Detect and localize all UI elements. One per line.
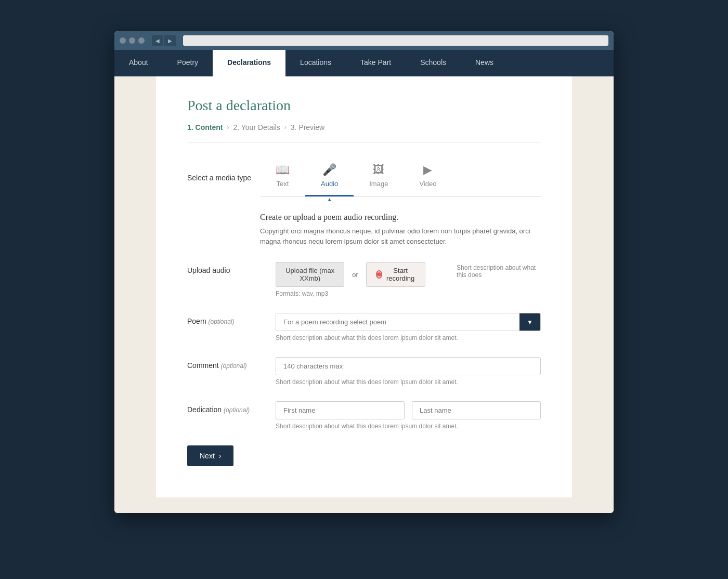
comment-label: Comment (optional) [187, 357, 255, 370]
traffic-dot-green [138, 37, 145, 44]
dedication-field-desc: Short description about what this does l… [276, 423, 541, 430]
image-icon: 🖼 [373, 163, 384, 177]
breadcrumb-step-2[interactable]: 2. Your Details [233, 123, 280, 131]
poem-row: Poem (optional) ▼ Short description abou… [187, 313, 541, 341]
back-button[interactable]: ◀ [152, 35, 163, 46]
text-icon: 📖 [276, 163, 290, 177]
dedication-label: Dedication (optional) [187, 401, 255, 414]
dedication-first-name-input[interactable] [276, 401, 405, 419]
record-btn-label: Start recording [385, 267, 415, 282]
browser-chrome: ◀ ▶ [114, 31, 614, 50]
dedication-name-row [276, 401, 541, 419]
media-type-label: Select a media type [187, 174, 260, 182]
breadcrumb-step-3[interactable]: 3. Preview [291, 123, 324, 131]
upload-audio-controls: Upload file (max XXmb) or Start recordin… [276, 262, 541, 297]
nav-item-news[interactable]: News [461, 50, 508, 76]
nav-item-locations[interactable]: Locations [285, 50, 346, 76]
upload-row: Upload file (max XXmb) or Start recordin… [276, 262, 425, 287]
page-content: Post a declaration 1. Content › 2. Your … [156, 76, 572, 497]
next-button-label: Next [200, 452, 215, 460]
video-icon: ▶ [423, 163, 432, 177]
or-text: or [352, 271, 358, 279]
audio-content: Create or upload a poem audio recording.… [260, 213, 541, 246]
breadcrumb-arrow-2: › [284, 124, 287, 131]
browser-window: ◀ ▶ About Poetry Declarations Locations … [114, 31, 614, 513]
dedication-row: Dedication (optional) Short description … [187, 401, 541, 430]
address-bar [183, 35, 608, 46]
start-recording-button[interactable]: Start recording [366, 262, 425, 287]
poem-controls: ▼ Short description about what this does… [276, 313, 541, 341]
poem-field-desc: Short description about what this does l… [276, 334, 541, 341]
media-tab-image-label: Image [369, 180, 388, 188]
media-tab-video[interactable]: ▶ Video [404, 158, 452, 196]
breadcrumb-step-1[interactable]: 1. Content [187, 123, 223, 131]
media-tab-text-label: Text [277, 180, 289, 188]
breadcrumb: 1. Content › 2. Your Details › 3. Previe… [187, 123, 541, 142]
next-button[interactable]: Next › [187, 445, 233, 466]
media-tab-audio-label: Audio [321, 180, 338, 188]
page-title: Post a declaration [187, 97, 541, 114]
audio-icon: 🎤 [322, 163, 336, 177]
traffic-dot-yellow [129, 37, 135, 44]
comment-input[interactable] [276, 357, 541, 375]
media-tab-video-label: Video [419, 180, 436, 188]
poem-select-input[interactable] [276, 313, 519, 331]
media-tab-image[interactable]: 🖼 Image [354, 158, 404, 196]
record-icon [376, 270, 382, 279]
audio-section-desc: Copyright orci magna rhoncus neque, id p… [260, 226, 541, 246]
record-dot [377, 272, 381, 277]
dedication-last-name-input[interactable] [412, 401, 541, 419]
media-tabs: 📖 Text 🎤 Audio 🖼 Image ▶ Video [260, 158, 541, 197]
comment-optional: (optional) [221, 362, 247, 370]
nav-item-declarations[interactable]: Declarations [213, 50, 285, 76]
poem-select-wrapper: ▼ [276, 313, 541, 331]
outer-bg: Post a declaration 1. Content › 2. Your … [114, 76, 614, 513]
media-tab-audio[interactable]: 🎤 Audio [305, 158, 354, 196]
upload-right: Short description about what this does [457, 262, 541, 279]
record-desc: Short description about what this does [457, 264, 541, 279]
poem-dropdown-button[interactable]: ▼ [519, 313, 540, 331]
nav-item-schools[interactable]: Schools [406, 50, 461, 76]
audio-section-title: Create or upload a poem audio recording. [260, 213, 541, 222]
dedication-optional: (optional) [224, 406, 250, 414]
nav-item-poetry[interactable]: Poetry [163, 50, 213, 76]
forward-button[interactable]: ▶ [164, 35, 176, 46]
dedication-controls: Short description about what this does l… [276, 401, 541, 430]
comment-field-desc: Short description about what this does l… [276, 378, 541, 386]
poem-label: Poem (optional) [187, 313, 255, 325]
next-button-row: Next › [187, 445, 541, 466]
nav-item-about[interactable]: About [114, 50, 163, 76]
nav-buttons: ◀ ▶ [152, 35, 176, 46]
breadcrumb-arrow-1: › [227, 124, 229, 131]
media-type-selector: Select a media type 📖 Text 🎤 Audio 🖼 Ima… [187, 158, 541, 197]
next-arrow-icon: › [219, 452, 222, 460]
nav-bar: About Poetry Declarations Locations Take… [114, 50, 614, 76]
upload-audio-row: Upload audio Upload file (max XXmb) or [187, 262, 541, 297]
upload-file-button[interactable]: Upload file (max XXmb) [276, 262, 344, 287]
media-tab-text[interactable]: 📖 Text [260, 158, 305, 196]
format-text: Formats: wav, mp3 [276, 290, 425, 297]
upload-audio-label: Upload audio [187, 262, 255, 274]
upload-left: Upload file (max XXmb) or Start recordin… [276, 262, 425, 297]
upload-section: Upload file (max XXmb) or Start recordin… [276, 262, 541, 297]
traffic-dot-red [120, 37, 126, 44]
comment-controls: Short description about what this does l… [276, 357, 541, 386]
poem-optional: (optional) [208, 318, 234, 325]
nav-item-take-part[interactable]: Take Part [346, 50, 406, 76]
comment-row: Comment (optional) Short description abo… [187, 357, 541, 386]
